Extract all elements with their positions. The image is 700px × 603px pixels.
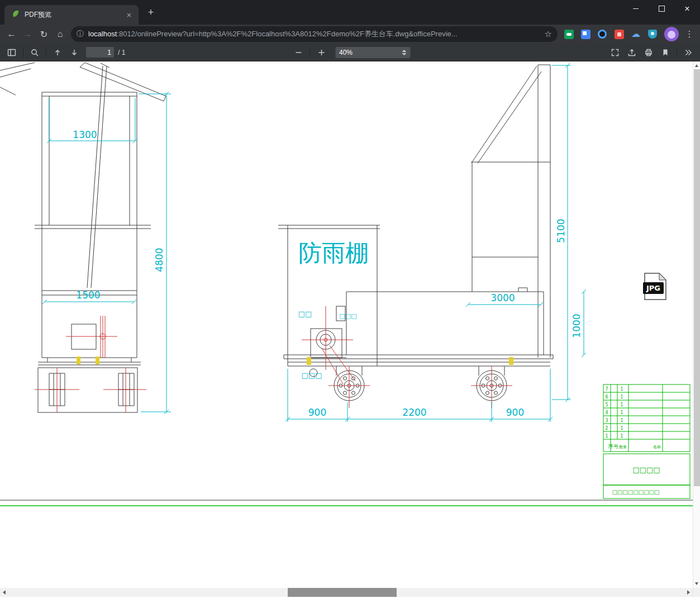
- parts-header-no: 序号: [608, 443, 620, 449]
- drawing-footer-placeholder: □□□□□□□□□: [612, 489, 659, 495]
- extension-icon-shield[interactable]: [644, 26, 661, 42]
- yellow-marker: [96, 357, 99, 364]
- address-bar[interactable]: ⓘ localhost:8012/onlinePreview?url=http%…: [71, 26, 558, 42]
- cad-drawing-canvas: 1300 4800 1500 防雨棚 5100 3000 1000 900 22…: [0, 61, 693, 588]
- pdf-toolbar-right: [607, 46, 700, 59]
- home-button[interactable]: ⌂: [52, 26, 68, 42]
- bookmark-button[interactable]: [657, 46, 674, 59]
- toolbar-separator: [309, 48, 310, 58]
- browser-menu-button[interactable]: ⋮: [682, 26, 697, 42]
- scroll-up-arrow-icon[interactable]: [695, 64, 698, 67]
- extension-icon-ring[interactable]: [594, 26, 611, 42]
- toolbar-separator: [46, 48, 46, 58]
- presentation-mode-button[interactable]: [607, 46, 623, 59]
- parts-header-qty: 数量: [619, 445, 627, 449]
- horizontal-scrollbar-thumb[interactable]: [288, 588, 397, 597]
- dim-label-900-left: 900: [308, 407, 326, 418]
- parts-row-no: 5: [605, 402, 608, 407]
- cad-side-view: [278, 65, 553, 408]
- tab-close-icon[interactable]: ×: [124, 10, 134, 20]
- minimize-button[interactable]: [623, 0, 649, 17]
- dim-label-5100: 5100: [555, 219, 566, 243]
- print-button[interactable]: [640, 46, 657, 59]
- scroll-left-arrow-icon[interactable]: [3, 590, 6, 595]
- browser-tab[interactable]: PDF预览 ×: [4, 5, 139, 25]
- favicon-leaf-icon: [11, 10, 20, 21]
- parts-row-no: 6: [605, 395, 608, 400]
- fullscreen-icon: [611, 48, 620, 57]
- minus-icon: [294, 48, 303, 57]
- parts-row-qty: 1: [620, 410, 623, 415]
- select-arrows-icon: [402, 50, 406, 55]
- extension-icon-orange[interactable]: [611, 26, 627, 42]
- cad-glyph-boxes: □□□: [302, 371, 322, 379]
- extension-icon-translate[interactable]: [577, 26, 594, 42]
- sheet-border: [0, 500, 693, 506]
- page-number-input[interactable]: [86, 47, 114, 58]
- toolbar-separator: [677, 48, 677, 58]
- title-block: 7 1 6 1 5 1 4 1 3 1 2 1 1 1 序号 数量 名称 □□□…: [603, 384, 690, 498]
- forward-button[interactable]: →: [20, 26, 36, 42]
- parts-row-no: 4: [605, 410, 608, 415]
- extension-glyph: [648, 30, 657, 39]
- yellow-marker: [509, 357, 513, 365]
- parts-row-no: 7: [605, 387, 608, 392]
- dim-label-1000: 1000: [571, 314, 582, 338]
- page-up-button[interactable]: [49, 46, 66, 59]
- horizontal-scrollbar-row: [0, 588, 700, 597]
- parts-row-no: 1: [605, 434, 608, 439]
- nav-bar: ← → ↻ ⌂ ⓘ localhost:8012/onlinePreview?u…: [0, 25, 700, 44]
- scrollbar-corner: [693, 588, 700, 597]
- jpg-badge-label: JPG: [646, 284, 660, 292]
- drive-unit-outline: [311, 329, 342, 358]
- horizontal-scrollbar[interactable]: [0, 588, 693, 597]
- zoom-in-button[interactable]: [313, 46, 330, 59]
- parts-header-name: 名称: [653, 445, 661, 449]
- zoom-out-button[interactable]: [290, 46, 307, 59]
- yellow-marker: [77, 357, 80, 364]
- site-info-icon[interactable]: ⓘ: [77, 29, 84, 39]
- new-tab-button[interactable]: +: [145, 7, 156, 18]
- vertical-scrollbar-thumb[interactable]: [694, 69, 700, 486]
- vertical-scrollbar[interactable]: [693, 61, 700, 588]
- jpg-file-icon: JPG: [643, 273, 666, 300]
- cad-glyph-boxes: □□□: [339, 312, 356, 320]
- dim-label-3000: 3000: [491, 292, 515, 303]
- more-tools-button[interactable]: [680, 46, 697, 59]
- reload-button[interactable]: ↻: [36, 26, 52, 42]
- pdf-toolbar: / 1 40%: [0, 44, 700, 61]
- browser-window: PDF预览 × + × ← → ↻ ⌂ ⓘ localhost:8012/onl…: [0, 0, 700, 603]
- tab-title: PDF预览: [25, 10, 124, 20]
- window-controls: ×: [623, 0, 700, 17]
- page-down-button[interactable]: [66, 46, 83, 59]
- page-total-label: / 1: [118, 49, 125, 56]
- extension-icon-green[interactable]: [560, 26, 577, 42]
- extension-glyph: [598, 30, 607, 39]
- parts-row-qty: 1: [620, 387, 623, 392]
- bottom-strip: [0, 597, 700, 603]
- minimize-icon: [633, 8, 639, 9]
- close-icon: ×: [684, 4, 689, 13]
- parts-row-no: 2: [605, 426, 608, 431]
- pdf-toolbar-left: / 1: [0, 46, 125, 59]
- bookmark-star-icon[interactable]: ☆: [545, 29, 552, 39]
- sidebar-toggle-button[interactable]: [3, 46, 20, 59]
- extension-icon-cloud[interactable]: ☁: [627, 26, 644, 42]
- maximize-icon: [659, 6, 665, 12]
- zoom-value: 40%: [339, 49, 402, 56]
- zoom-select[interactable]: 40%: [335, 47, 410, 58]
- close-button[interactable]: ×: [674, 0, 700, 17]
- bookmark-icon: [661, 48, 670, 57]
- profile-avatar[interactable]: [664, 27, 679, 41]
- url-host: localhost: [88, 30, 117, 38]
- find-button[interactable]: [26, 46, 43, 59]
- scroll-right-arrow-icon[interactable]: [687, 590, 690, 595]
- back-button[interactable]: ←: [3, 26, 20, 42]
- zoom-controls: 40%: [290, 46, 410, 59]
- dim-label-4800: 4800: [154, 248, 165, 272]
- maximize-button[interactable]: [649, 0, 674, 17]
- scroll-down-arrow-icon[interactable]: [695, 582, 698, 585]
- yellow-marker: [307, 357, 311, 365]
- open-file-button[interactable]: [623, 46, 640, 59]
- dim-label-900-right: 900: [506, 407, 524, 418]
